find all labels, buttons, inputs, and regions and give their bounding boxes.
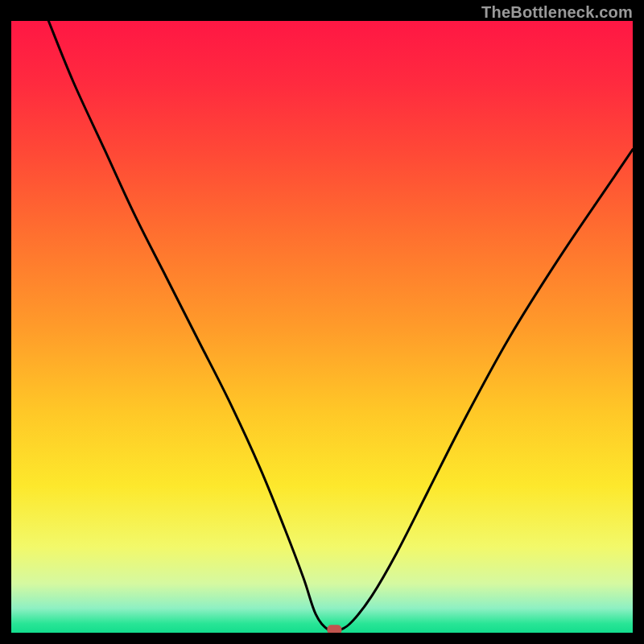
chart-svg	[11, 21, 633, 633]
optimal-marker	[327, 625, 341, 633]
gradient-background	[11, 21, 633, 633]
attribution-text: TheBottleneck.com	[481, 3, 633, 22]
plot-area	[11, 21, 633, 633]
chart-frame: TheBottleneck.com	[0, 0, 644, 644]
